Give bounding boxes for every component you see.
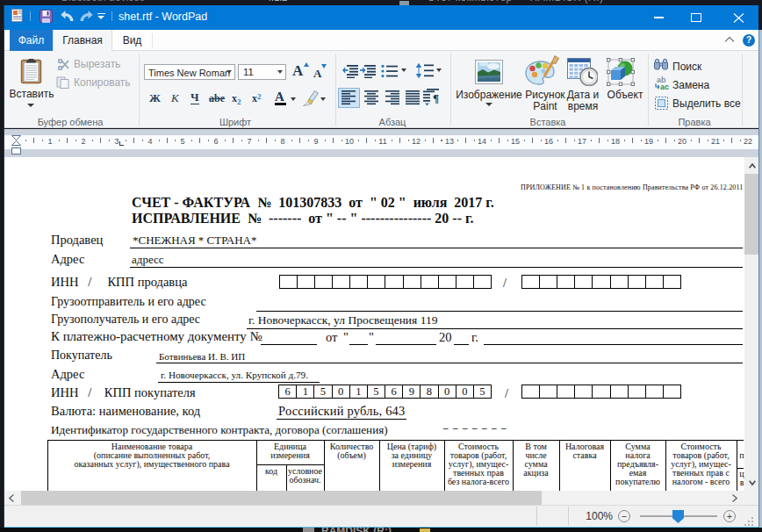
- svg-text:ac: ac: [660, 83, 669, 90]
- svg-text:¶: ¶: [433, 91, 439, 104]
